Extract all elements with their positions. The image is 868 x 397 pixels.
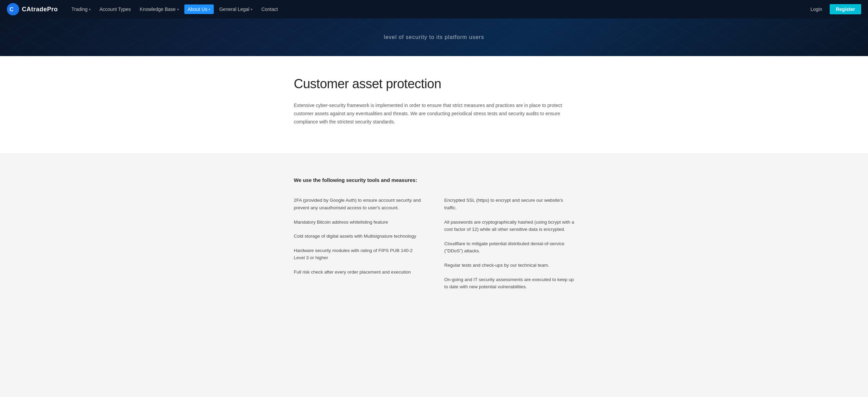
- security-item: 2FA (provided by Google Auth) to ensure …: [294, 193, 424, 215]
- page-title: Customer asset protection: [294, 77, 574, 91]
- brand-name: CAtradePro: [22, 6, 58, 13]
- section-security: We use the following security tools and …: [0, 153, 868, 321]
- chevron-down-icon: ▾: [89, 8, 91, 11]
- security-col-left: 2FA (provided by Google Auth) to ensure …: [294, 193, 424, 294]
- security-item: Hardware security modules with rating of…: [294, 243, 424, 265]
- section-protection: Customer asset protection Extensive cybe…: [0, 56, 868, 153]
- security-item: Regular tests and check-ups by our techn…: [444, 258, 574, 273]
- chevron-down-icon: ▾: [177, 8, 179, 11]
- security-item: Mandatory Bitcoin address whitelisting f…: [294, 215, 424, 229]
- security-two-col: 2FA (provided by Google Auth) to ensure …: [294, 193, 574, 294]
- nav-item-about-us[interactable]: About Us ▾: [184, 4, 214, 14]
- nav-right: Login Register: [806, 4, 861, 14]
- security-item: Full risk check after every order placem…: [294, 265, 424, 279]
- register-button[interactable]: Register: [830, 4, 861, 14]
- security-item: Cold storage of digital assets with Mult…: [294, 229, 424, 243]
- security-item: On-going and IT security assessments are…: [444, 273, 574, 294]
- nav-item-general-legal[interactable]: General Legal ▾: [216, 4, 256, 14]
- security-item: Encrypted SSL (https) to encrypt and sec…: [444, 193, 574, 215]
- security-item: All passwords are cryptographically hash…: [444, 215, 574, 237]
- svg-text:C: C: [10, 6, 14, 12]
- security-subtitle: We use the following security tools and …: [294, 177, 574, 183]
- nav-links: Trading ▾ Account Types Knowledge Base ▾…: [68, 4, 806, 14]
- nav-item-contact[interactable]: Contact: [258, 4, 281, 14]
- hero-banner: level of security to its platform users: [0, 18, 868, 56]
- chevron-down-icon: ▾: [251, 8, 252, 11]
- nav-item-account-types[interactable]: Account Types: [96, 4, 134, 14]
- brand[interactable]: C CAtradePro: [7, 3, 58, 15]
- brand-logo: C: [7, 3, 19, 15]
- chevron-down-icon: ▾: [209, 8, 210, 11]
- nav-item-trading[interactable]: Trading ▾: [68, 4, 94, 14]
- protection-description: Extensive cyber-security framework is im…: [294, 102, 564, 126]
- security-col-right: Encrypted SSL (https) to encrypt and sec…: [444, 193, 574, 294]
- security-item: Cloudflare to mitigate potential distrib…: [444, 237, 574, 258]
- hero-text: level of security to its platform users: [384, 34, 484, 40]
- nav-item-knowledge-base[interactable]: Knowledge Base ▾: [136, 4, 182, 14]
- navbar: C CAtradePro Trading ▾ Account Types Kno…: [0, 0, 868, 18]
- main-content: Customer asset protection Extensive cybe…: [0, 56, 868, 321]
- login-button[interactable]: Login: [806, 4, 826, 14]
